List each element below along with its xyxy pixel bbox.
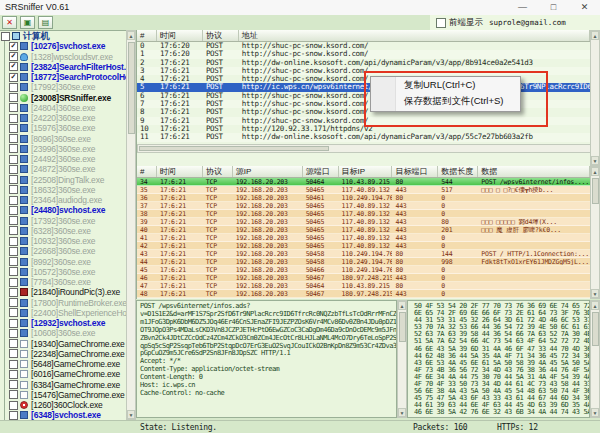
- tree-item-checkbox[interactable]: [9, 114, 18, 123]
- tree-item-checkbox[interactable]: [9, 339, 18, 348]
- request-row[interactable]: 217:6:21POSThttp://dw-online.ksosoft.com…: [137, 59, 590, 67]
- tree-item[interactable]: [24220]360se.exe: [0, 113, 126, 123]
- packet-row[interactable]: 4217:6:21TCP192.168.20.20350465117.40.89…: [137, 242, 590, 250]
- tree-item[interactable]: [1260]360Clock.exe: [0, 400, 126, 410]
- tree-item[interactable]: [7784]360se.exe: [0, 277, 126, 287]
- close-icon[interactable]: ✕: [569, 0, 600, 15]
- tree-item-checkbox[interactable]: [9, 267, 18, 276]
- tree-item[interactable]: [21840]iRoundPic(3).exe: [0, 287, 126, 297]
- request-row[interactable]: 117:6:20POSThttp://shuc-pc-snow.ksord.co…: [137, 50, 590, 58]
- hex-vscroll-thumb[interactable]: [592, 312, 599, 346]
- column-header[interactable]: 目标端口: [392, 166, 438, 177]
- tree-item-checkbox[interactable]: [9, 360, 18, 369]
- tree-item[interactable]: [12932]svchost.exe: [0, 318, 126, 328]
- packet-row[interactable]: 4617:6:21TCP192.168.20.20350467180.97.24…: [137, 274, 590, 282]
- column-header[interactable]: 数据长度: [438, 166, 478, 177]
- tree-item[interactable]: [24492]360se.exe: [0, 154, 126, 164]
- tree-item-checkbox[interactable]: [9, 319, 18, 328]
- tree-item-checkbox[interactable]: [9, 206, 18, 215]
- column-header[interactable]: 数据: [478, 166, 590, 177]
- tree-item-checkbox[interactable]: [9, 370, 18, 379]
- tree-item-checkbox[interactable]: [9, 185, 18, 194]
- tree-item-checkbox[interactable]: [9, 308, 18, 317]
- tree-vscroll-thumb[interactable]: [128, 42, 135, 134]
- column-header[interactable]: #: [137, 30, 157, 41]
- tree-item-checkbox[interactable]: [9, 93, 18, 102]
- packet-row[interactable]: 4317:6:21TCP192.168.20.20350458110.249.1…: [137, 250, 590, 258]
- packet-row[interactable]: 4417:6:21TCP192.168.20.20350458110.249.1…: [137, 258, 590, 266]
- tree-item-checkbox[interactable]: [9, 165, 18, 174]
- front-display-checkbox[interactable]: [436, 18, 446, 28]
- tree-item[interactable]: [18632]360se.exe: [0, 185, 126, 195]
- tree-item[interactable]: [6328]360se.exe: [0, 226, 126, 236]
- tree-item-checkbox[interactable]: [9, 196, 18, 205]
- request-hscrollbar[interactable]: [137, 144, 590, 153]
- save-capture-button[interactable]: ▤: [38, 16, 53, 29]
- packet-row[interactable]: 3417:6:21TCP192.168.20.20350464110.43.89…: [137, 178, 590, 186]
- packet-row[interactable]: 4517:6:21TCP192.168.20.20350466110.249.1…: [137, 266, 590, 274]
- packet-row[interactable]: 4717:6:21TCP192.168.20.20350464110.43.89…: [137, 282, 590, 290]
- tree-item-checkbox[interactable]: ✓: [9, 62, 18, 71]
- tree-item[interactable]: [15976]360se.exe: [0, 123, 126, 133]
- tree-item[interactable]: [15476]GameChrome.exe: [0, 390, 126, 400]
- request-hscroll-thumb[interactable]: [139, 146, 329, 151]
- packet-row[interactable]: 3717:6:21TCP192.168.20.20350465117.40.89…: [137, 202, 590, 210]
- maximize-icon[interactable]: □: [538, 0, 569, 15]
- tree-item[interactable]: [10608]360se.exe: [0, 328, 126, 338]
- tree-root-item[interactable]: 计算机: [0, 31, 126, 41]
- tree-item[interactable]: ✓[23824]SearchFilterHost.ex: [0, 62, 126, 72]
- column-header[interactable]: 时间: [157, 166, 203, 177]
- tree-item[interactable]: [23464]audiodg.exe: [0, 195, 126, 205]
- packet-row[interactable]: 3617:6:21TCP192.168.20.20350461110.249.1…: [137, 194, 590, 202]
- tree-root-checkbox[interactable]: [1, 32, 10, 41]
- tree-item[interactable]: [8992]360se.exe: [0, 257, 126, 267]
- tree-item-checkbox[interactable]: [9, 216, 18, 225]
- tree-item[interactable]: [22508]DingTalk.exe: [0, 175, 126, 185]
- tree-item-checkbox[interactable]: ✓: [9, 52, 18, 61]
- tree-item-checkbox[interactable]: [9, 83, 18, 92]
- tree-item[interactable]: [24480]svchost.exe: [0, 205, 126, 215]
- tree-item[interactable]: [17392]360se.exe: [0, 216, 126, 226]
- minimize-icon[interactable]: —: [507, 0, 538, 15]
- request-row[interactable]: 017:6:20POSThttp://shuc-pc-snow.ksord.co…: [137, 42, 590, 50]
- packet-row[interactable]: 3817:6:21TCP192.168.20.20350465117.40.89…: [137, 210, 590, 218]
- hex-vscrollbar[interactable]: ▲ ▼: [590, 300, 600, 418]
- tree-item-checkbox[interactable]: [9, 226, 18, 235]
- tree-item-checkbox[interactable]: [9, 257, 18, 266]
- tree-item-checkbox[interactable]: [9, 288, 18, 297]
- tree-item[interactable]: [6384]GameChrome.exe: [0, 380, 126, 390]
- packet-vscrollbar[interactable]: ▲ ▼: [590, 166, 600, 299]
- column-header[interactable]: 协议: [203, 166, 233, 177]
- tree-item[interactable]: [22348]GameChrome.exe: [0, 349, 126, 359]
- tree-item-checkbox[interactable]: [9, 349, 18, 358]
- tree-item-checkbox[interactable]: [9, 247, 18, 256]
- scroll-down-icon[interactable]: ▼: [591, 408, 599, 417]
- scroll-down-icon[interactable]: ▼: [591, 289, 599, 298]
- tree-item[interactable]: [5648]GameChrome.exe: [0, 359, 126, 369]
- tree-item[interactable]: [17992]360se.exe: [0, 82, 126, 92]
- tree-item[interactable]: [23008]SRSniffer.exe: [0, 93, 126, 103]
- tree-item-checkbox[interactable]: [9, 103, 18, 112]
- scroll-down-icon[interactable]: ▼: [591, 156, 599, 165]
- start-capture-button[interactable]: ▣: [20, 16, 35, 29]
- packet-row[interactable]: 4017:6:21TCP192.168.20.20350465117.40.89…: [137, 226, 590, 234]
- tree-item-checkbox[interactable]: [9, 390, 18, 399]
- scroll-up-icon[interactable]: ▲: [127, 31, 135, 40]
- scroll-up-icon[interactable]: ▲: [591, 301, 599, 310]
- column-header[interactable]: #: [137, 166, 157, 177]
- tree-item-checkbox[interactable]: [9, 237, 18, 246]
- tree-item[interactable]: [23996]360se.exe: [0, 144, 126, 154]
- clear-capture-button[interactable]: ✕: [2, 16, 17, 29]
- scroll-down-icon[interactable]: ▼: [398, 408, 406, 417]
- column-header[interactable]: 目标IP: [339, 166, 393, 177]
- tree-item-checkbox[interactable]: [9, 134, 18, 143]
- column-header[interactable]: 时间: [157, 30, 203, 41]
- tree-item[interactable]: [8096]360se.exe: [0, 134, 126, 144]
- request-vscrollbar[interactable]: ▲ ▼: [590, 30, 600, 166]
- packet-row[interactable]: 4117:6:21TCP192.168.20.20350465117.40.89…: [137, 234, 590, 242]
- tree-item[interactable]: [10572]360se.exe: [0, 267, 126, 277]
- tree-item[interactable]: [6348]svchost.exe: [0, 410, 126, 420]
- scroll-up-icon[interactable]: ▲: [591, 167, 599, 176]
- tree-item-checkbox[interactable]: [9, 329, 18, 338]
- packet-vscroll-thumb[interactable]: [592, 178, 599, 204]
